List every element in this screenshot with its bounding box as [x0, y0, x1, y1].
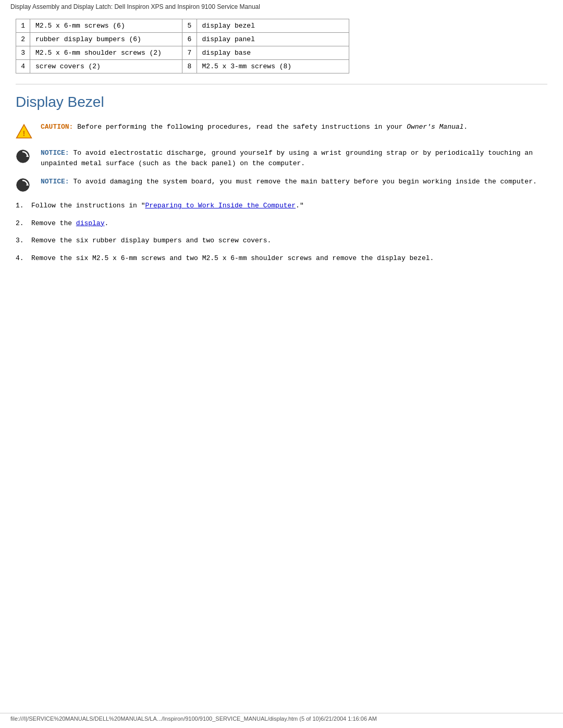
parts-table: 1M2.5 x 6-mm screws (6)5display bezel2ru… [16, 19, 349, 73]
preparing-link[interactable]: Preparing to Work Inside the Computer [145, 202, 296, 209]
caution-block: ! CAUTION: Before performing the followi… [16, 122, 547, 140]
notice-content-1: To avoid electrostatic discharge, ground… [41, 149, 533, 167]
content-area: 1M2.5 x 6-mm screws (6)5display bezel2ru… [0, 14, 563, 291]
table-num-left: 1 [16, 19, 30, 33]
steps-list: 1. Follow the instructions in "Preparing… [16, 201, 547, 263]
notice-label-2: NOTICE: [41, 178, 69, 186]
caution-italic: Owner's Manual [407, 123, 463, 131]
table-num-left: 4 [16, 60, 30, 73]
table-label-left: M2.5 x 6-mm shoulder screws (2) [30, 46, 182, 60]
divider [16, 84, 547, 84]
step-4-content: Remove the six M2.5 x 6-mm screws and tw… [31, 253, 547, 264]
table-label-left: screw covers (2) [30, 60, 182, 73]
notice-text-2: NOTICE: To avoid damaging the system boa… [41, 177, 537, 187]
table-label-right: display base [197, 46, 349, 60]
table-num-left: 3 [16, 46, 30, 60]
step-1: 1. Follow the instructions in "Preparing… [16, 201, 547, 211]
caution-text: CAUTION: Before performing the following… [41, 122, 468, 132]
step-2: 2. Remove the display. [16, 218, 547, 229]
table-label-right: M2.5 x 3-mm screws (8) [197, 60, 349, 73]
step-3: 3. Remove the six rubber display bumpers… [16, 236, 547, 246]
notice-content-2: To avoid damaging the system board, you … [73, 178, 536, 186]
table-label-right: display panel [197, 33, 349, 46]
table-label-left: rubber display bumpers (6) [30, 33, 182, 46]
table-num-right: 8 [182, 60, 197, 73]
step-2-num: 2. [16, 218, 31, 229]
notice-text-1: NOTICE: To avoid electrostatic discharge… [41, 148, 547, 168]
notice-icon-1 [16, 149, 35, 164]
section-title: Display Bezel [16, 94, 547, 110]
table-num-left: 2 [16, 33, 30, 46]
svg-text:!: ! [23, 129, 26, 138]
warning-icon: ! [16, 123, 35, 140]
page-header: Display Assembly and Display Latch: Dell… [0, 0, 563, 14]
notice-block-1: NOTICE: To avoid electrostatic discharge… [16, 148, 547, 168]
step-2-content: Remove the display. [31, 218, 547, 229]
step-3-num: 3. [16, 236, 31, 246]
display-link[interactable]: display [76, 219, 105, 227]
notice-label-1: NOTICE: [41, 149, 69, 157]
caution-text-before: Before performing the following procedur… [77, 123, 407, 131]
caution-text-after: . [463, 123, 468, 131]
header-title: Display Assembly and Display Latch: Dell… [10, 3, 260, 10]
notice-block-2: NOTICE: To avoid damaging the system boa… [16, 177, 547, 192]
step-1-content: Follow the instructions in "Preparing to… [31, 201, 547, 211]
footer-text: file:///I|/SERVICE%20MANUALS/DELL%20MANU… [10, 715, 377, 722]
step-4: 4. Remove the six M2.5 x 6-mm screws and… [16, 253, 547, 264]
table-num-right: 5 [182, 19, 197, 33]
step-1-num: 1. [16, 201, 31, 211]
caution-label: CAUTION: [41, 123, 73, 131]
step-4-num: 4. [16, 253, 31, 264]
step-3-content: Remove the six rubber display bumpers an… [31, 236, 547, 246]
table-label-left: M2.5 x 6-mm screws (6) [30, 19, 182, 33]
notice-icon-2 [16, 178, 35, 192]
page-footer: file:///I|/SERVICE%20MANUALS/DELL%20MANU… [0, 713, 563, 724]
table-num-right: 7 [182, 46, 197, 60]
table-label-right: display bezel [197, 19, 349, 33]
table-num-right: 6 [182, 33, 197, 46]
